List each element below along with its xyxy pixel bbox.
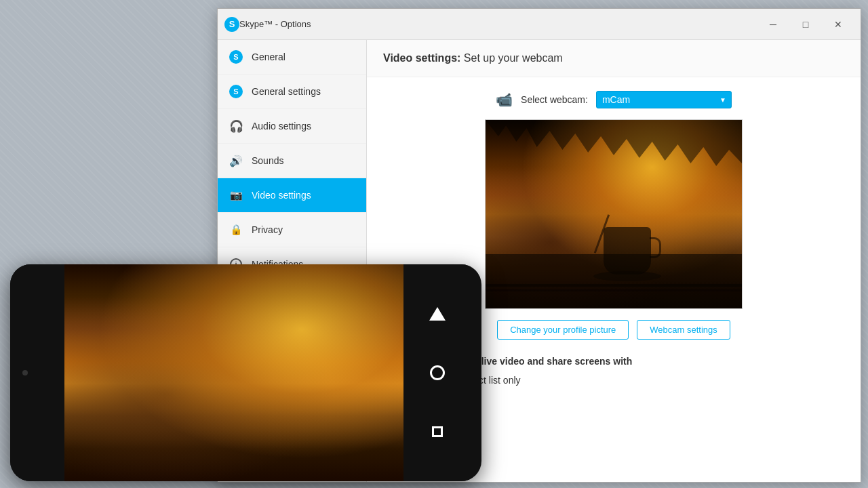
triangle-up-icon [429,307,446,321]
preview-cup-container [593,227,661,281]
sidebar-label-privacy: Privacy [252,224,283,235]
maximize-button[interactable]: □ [790,14,821,35]
sidebar-label-general-settings: General settings [252,86,321,97]
live-video-emphasis: live video and share screens with [481,356,633,367]
circle-icon [430,365,445,380]
phone-stop-button[interactable] [428,422,447,441]
phone-left-edge [10,264,64,481]
sidebar-label-general: General [252,52,285,62]
preview-trees [486,120,742,174]
phone-controls [403,264,471,481]
video-icon: 📷 [229,188,243,203]
phone-screen-image [64,264,403,481]
sound-icon: 🔊 [229,153,243,168]
lock-icon: 🔒 [229,222,243,237]
webcam-device-icon: 📹 [496,92,513,108]
webcam-preview-image [486,120,742,308]
sidebar-item-sounds[interactable]: 🔊 Sounds [218,144,366,178]
phone-up-button[interactable] [428,304,447,323]
sidebar-label-sounds: Sounds [252,155,283,166]
sidebar-item-video-settings[interactable]: 📷 Video settings [218,178,366,213]
sidebar-label-video-settings: Video settings [252,190,311,201]
preview-railing-2 [486,289,742,291]
skype-logo-icon: S [224,17,239,32]
change-profile-picture-button[interactable]: Change your profile picture [497,320,629,340]
titlebar: S Skype™ - Options ─ □ ✕ [218,9,861,40]
phone-overlay [10,264,481,488]
panel-title-subtitle: Set up your webcam [464,52,563,64]
headphone-icon: 🎧 [229,119,243,134]
sidebar-label-audio-settings: Audio settings [252,121,311,131]
webcam-preview [485,119,743,309]
preview-cup [604,227,651,274]
webcam-select-wrapper: mCam Default Webcam No webcam [596,91,732,108]
panel-header: Video settings: Set up your webcam [367,40,861,77]
titlebar-controls: ─ □ ✕ [757,14,854,35]
sidebar-item-general-settings[interactable]: S General settings [218,75,366,109]
webcam-select[interactable]: mCam Default Webcam No webcam [596,91,732,108]
phone-record-button[interactable] [428,363,447,382]
webcam-select-label: Select webcam: [521,94,588,105]
preview-railing [486,284,742,287]
sidebar-item-general[interactable]: S General [218,40,366,75]
webcam-selector-row: 📹 Select webcam: mCam Default Webcam No … [383,91,844,108]
window-title: Skype™ - Options [239,19,757,29]
square-icon [432,426,443,437]
close-button[interactable]: ✕ [823,14,854,35]
phone-left-dot [22,370,28,375]
skype-settings-icon: S [229,84,243,99]
panel-title: Video settings: Set up your webcam [383,52,844,64]
sidebar-item-audio-settings[interactable]: 🎧 Audio settings [218,109,366,144]
phone-body [10,264,481,481]
webcam-settings-button[interactable]: Webcam settings [637,320,730,340]
skype-general-icon: S [229,49,243,64]
phone-screen [64,264,403,481]
minimize-button[interactable]: ─ [757,14,789,35]
panel-title-label: Video settings: [383,52,460,64]
sidebar-item-privacy[interactable]: 🔒 Privacy [218,213,366,247]
